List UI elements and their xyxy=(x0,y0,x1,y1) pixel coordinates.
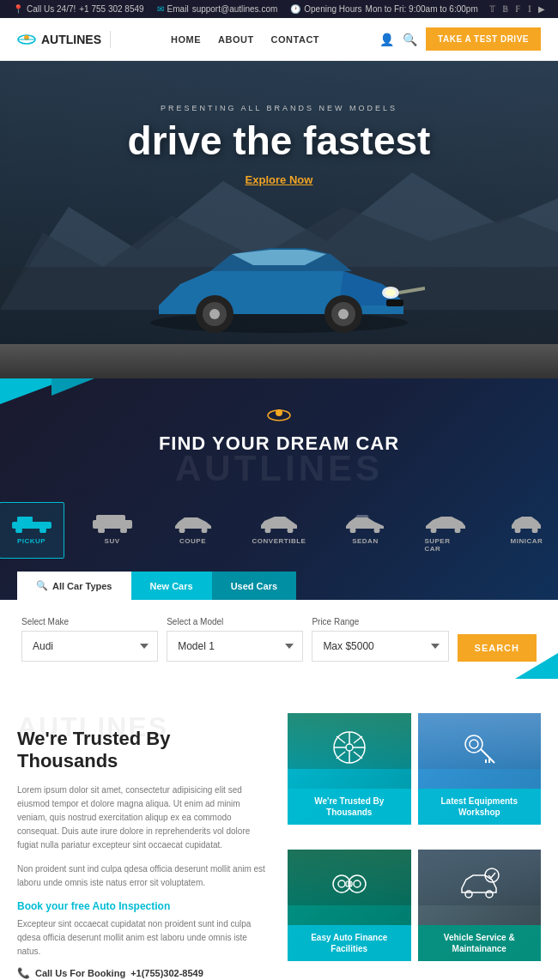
nav-links: HOME ABOUT CONTACT xyxy=(171,34,319,45)
top-bar-left: 📍 Call Us 24/7! +1 755 302 8549 ✉ Email … xyxy=(13,4,478,14)
card-overlay-2: Latest Equipments Workshop xyxy=(418,789,542,825)
nav-right: 👤 🔍 TAKE A TEST DRIVE xyxy=(379,27,541,51)
svg-point-58 xyxy=(486,891,493,898)
phone-cta: 📞 Call Us For Booking +1(755)302-8549 xyxy=(17,967,270,979)
test-drive-button[interactable]: TAKE A TEST DRIVE xyxy=(426,27,541,51)
make-field: Select Make Audi xyxy=(21,617,158,662)
navbar: AUTLINES HOME ABOUT CONTACT 👤 🔍 TAKE A T… xyxy=(0,18,558,61)
clock-icon: 🕐 xyxy=(290,4,300,14)
car-service-icon xyxy=(418,850,542,909)
nav-home[interactable]: HOME xyxy=(171,34,201,45)
service-card-finance[interactable]: Easy Auto Finance Facilities xyxy=(288,850,411,961)
find-section: FIND YOUR DREAM CAR AUTLINES PICKUP xyxy=(0,378,558,679)
car-type-supercar[interactable]: SUPER CAR xyxy=(413,502,478,559)
user-icon[interactable]: 👤 xyxy=(379,33,394,46)
call-number: +1(755)302-8549 xyxy=(130,968,203,978)
svg-point-48 xyxy=(470,740,478,748)
nav-about[interactable]: ABOUT xyxy=(218,34,254,45)
svg-point-55 xyxy=(354,880,361,887)
car-type-convertible[interactable]: CONVERTIBLE xyxy=(241,502,318,559)
service-label-4: Vehicle Service & Maintainance xyxy=(425,932,535,954)
hero-section: PRESENTING ALL BRANDS NEW MODELS drive t… xyxy=(0,61,558,378)
email-icon: ✉ xyxy=(157,4,164,14)
tab-used-label: Used Cars xyxy=(231,581,277,591)
svg-line-15 xyxy=(399,288,425,293)
price-select[interactable]: Max $5000 xyxy=(312,631,448,662)
svg-point-53 xyxy=(338,880,345,887)
model-select[interactable]: Model 1 xyxy=(167,631,303,662)
tab-new-cars[interactable]: New Cars xyxy=(131,572,212,600)
phone-cta-icon: 📞 xyxy=(17,967,30,979)
car-type-suv[interactable]: SUV xyxy=(80,502,145,559)
search-icon[interactable]: 🔍 xyxy=(403,33,417,46)
call-label: Call Us For Booking xyxy=(35,968,125,978)
service-label-3: Easy Auto Finance Facilities xyxy=(294,932,404,954)
tab-used-cars[interactable]: Used Cars xyxy=(212,572,296,600)
book-title: Book your free Auto Inspection xyxy=(17,900,270,912)
instagram-icon[interactable]: 𝕀 xyxy=(528,4,531,14)
svg-point-47 xyxy=(465,735,482,753)
search-tabs: 🔍 All Car Types New Cars Used Cars xyxy=(0,572,558,600)
supercar-icon xyxy=(424,510,467,534)
tab-new-label: New Cars xyxy=(150,581,193,591)
phone-icon: 📍 xyxy=(13,4,23,14)
model-field: Select a Model Model 1 xyxy=(167,617,303,662)
svg-point-54 xyxy=(349,875,366,892)
phone-info: 📍 Call Us 24/7! +1 755 302 8549 xyxy=(13,4,144,14)
search-form: Select Make Audi Select a Model Model 1 … xyxy=(0,600,558,679)
find-watermark: AUTLINES xyxy=(0,448,558,489)
service-card-vehicle[interactable]: Vehicle Service & Maintainance xyxy=(418,850,542,961)
car-type-sedan[interactable]: SEDAN xyxy=(332,502,397,559)
tab-all-cars[interactable]: 🔍 All Car Types xyxy=(17,572,131,600)
email-label: Email xyxy=(167,4,189,14)
explore-button[interactable]: Explore Now xyxy=(128,173,431,186)
logo-icon xyxy=(17,31,36,48)
wheel-icon xyxy=(288,713,411,772)
car-type-minicar[interactable]: MINICAR xyxy=(494,502,558,559)
social-links: 𝕋 𝔹 𝔽 𝕀 ▶ xyxy=(489,4,545,14)
behance-icon[interactable]: 𝔹 xyxy=(502,4,508,14)
card-overlay-1: We're Trusted By Thousands xyxy=(288,789,411,825)
hours-label: Opening Hours xyxy=(304,4,361,14)
twitter-icon[interactable]: 𝕋 xyxy=(489,4,495,14)
svg-point-57 xyxy=(465,891,472,898)
phone-label: Call Us 24/7! xyxy=(27,4,76,14)
suv-icon xyxy=(91,510,134,534)
model-label: Select a Model xyxy=(167,617,303,626)
nav-contact[interactable]: CONTACT xyxy=(271,34,319,45)
pickup-label: PICKUP xyxy=(17,537,45,545)
svg-point-14 xyxy=(385,289,396,296)
trusted-left: AUTLINES We're Trusted By Thousands Lore… xyxy=(17,713,270,979)
service-label-2: Latest Equipments Workshop xyxy=(425,795,535,818)
facebook-icon[interactable]: 𝔽 xyxy=(515,4,521,14)
hero-title: drive the fastest xyxy=(128,119,431,163)
top-bar: 📍 Call Us 24/7! +1 755 302 8549 ✉ Email … xyxy=(0,0,558,18)
minicar-label: MINICAR xyxy=(511,537,543,545)
car-type-selector: PICKUP SUV COUPE xyxy=(0,502,558,559)
svg-rect-24 xyxy=(96,515,125,522)
logo[interactable]: AUTLINES xyxy=(17,31,111,48)
search-form-inner: Select Make Audi Select a Model Model 1 … xyxy=(21,617,537,662)
svg-point-6 xyxy=(150,312,408,333)
find-logo-icon xyxy=(0,404,558,426)
tab-all-label: All Car Types xyxy=(52,581,112,591)
hours-value: Mon to Fri: 9:00am to 6:00pm xyxy=(366,4,478,14)
teal-corner xyxy=(515,653,558,679)
key-icon xyxy=(418,713,542,772)
convertible-label: CONVERTIBLE xyxy=(252,537,306,545)
coupe-icon xyxy=(172,510,215,534)
car-type-pickup[interactable]: PICKUP xyxy=(0,502,64,559)
price-label: Price Range xyxy=(312,617,448,626)
youtube-icon[interactable]: ▶ xyxy=(538,4,545,14)
car-type-coupe[interactable]: COUPE xyxy=(161,502,226,559)
sedan-label: SEDAN xyxy=(352,537,379,545)
hours-info: 🕐 Opening Hours Mon to Fri: 9:00am to 6:… xyxy=(290,4,477,14)
make-select[interactable]: Audi xyxy=(21,631,158,662)
supercar-label: SUPER CAR xyxy=(424,537,467,553)
service-card-trusted[interactable]: We're Trusted By Thousands xyxy=(288,713,411,825)
card-overlay-4: Vehicle Service & Maintainance xyxy=(418,925,542,961)
trusted-title: We're Trusted By Thousands xyxy=(17,728,270,773)
service-card-equipment[interactable]: Latest Equipments Workshop xyxy=(418,713,542,825)
svg-rect-20 xyxy=(17,517,33,523)
svg-line-46 xyxy=(337,752,345,759)
